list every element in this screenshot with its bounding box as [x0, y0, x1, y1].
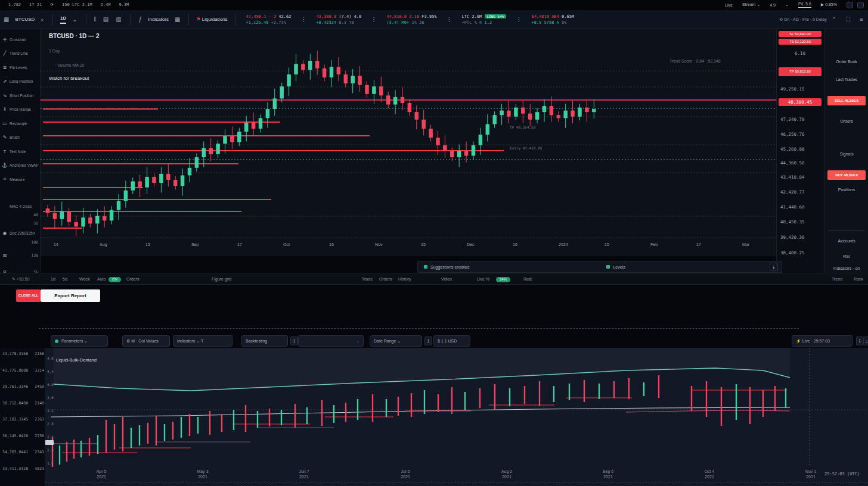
settings-icon[interactable]: ≡ [860, 16, 863, 23]
interval-button[interactable]: 1D [60, 15, 66, 24]
top-menu-item[interactable]: P/L 5.6 [798, 2, 811, 8]
apps-icon[interactable] [847, 2, 853, 8]
panel-item-indicators-on[interactable]: Indicators · on [824, 266, 868, 270]
tool-icon: ⇘ [0, 93, 10, 98]
panel-item-signals[interactable]: Signals [824, 152, 868, 156]
buy-button[interactable]: BUY 48,320.0 [827, 170, 866, 180]
panel-item-orders[interactable]: Orders [824, 119, 868, 123]
layout-icon[interactable] [857, 2, 864, 8]
statusbar-item-trend[interactable]: Trend [832, 277, 842, 281]
top-menu-item[interactable]: ⌄ [785, 2, 789, 7]
top-menu-item[interactable]: ▶ 0.85% [821, 2, 837, 7]
tool-short-position[interactable]: ⇘Short Position [0, 90, 41, 101]
tool-crosshair[interactable]: ✛Crosshair [0, 34, 41, 45]
legend-levels[interactable]: Levels [606, 265, 625, 269]
statusbar-item-live-[interactable]: Live % [477, 277, 489, 281]
top-menu-item[interactable]: Stream ⌄ [742, 2, 760, 7]
btoolbar-backtesting[interactable]: Backtesting [241, 335, 288, 347]
liquidations-button[interactable]: ⚑ Liquidations [196, 17, 227, 22]
ticker-item: 150 LTC 2.1M [62, 2, 92, 7]
bottom-indicator-chart[interactable]: 4.84.44.03.63.22.82.42.01.6 Liquid-Bulk-… [45, 348, 868, 486]
search-icon[interactable]: ⌕ [41, 16, 44, 23]
statusbar-item-rank[interactable]: Rank [854, 277, 863, 281]
statusbar-item-orders[interactable]: Orders [379, 277, 392, 281]
statusbar-item-5d[interactable]: 5d [63, 277, 67, 281]
tool-measure[interactable]: ⌗Measure [0, 174, 41, 185]
close-all-button[interactable]: CLOSE ALL [16, 289, 41, 302]
bottom-plot-svg[interactable]: 4.84.44.03.63.22.82.42.01.6 [45, 348, 868, 469]
candle [330, 67, 334, 77]
main-plot-svg[interactable] [41, 29, 776, 240]
tool-label: Fib Levels [10, 66, 41, 70]
export-report-button[interactable]: Export Report [41, 289, 100, 302]
candle [535, 112, 540, 120]
btoolbar-m-col-values[interactable]: ⚙ M · Col Values [122, 335, 170, 347]
toggle-pill[interactable]: ON [108, 277, 121, 282]
tool-rectangle[interactable]: ▭Rectangle [0, 118, 41, 129]
tool-fib-levels[interactable]: ≣Fib Levels [0, 62, 41, 73]
candle [74, 222, 78, 227]
tool-brush[interactable]: ✎Brush [0, 132, 41, 143]
btoolbar-parameters[interactable]: Parameters ⌄ [51, 335, 108, 347]
statusbar-item-auto[interactable]: Auto [97, 277, 106, 281]
btoolbar-1-1-usd[interactable]: $ 1.1 USD [433, 335, 470, 347]
main-candlestick-chart[interactable]: 14Aug15Sep17Oct16Nov15Dec16202415Feb17Ma… [41, 29, 776, 256]
status-bar: ✎ +93.501d5dWeekAutoONOrdersFigure gridT… [0, 273, 868, 285]
area-style-icon[interactable]: ▥ [116, 16, 121, 23]
indicators-button[interactable]: Indicators [148, 17, 169, 22]
symbol-button[interactable]: BTCUSD [15, 17, 35, 22]
price-scale[interactable]: SL 52,840.00TS 52,120.506.10TP 50,815.60… [776, 29, 824, 285]
bars-style-icon[interactable]: ▤ [103, 16, 108, 23]
stat-value: ≋ 1.2 [479, 20, 492, 25]
chevron-down-icon[interactable]: ⌄ [72, 16, 77, 23]
fullscreen-icon[interactable]: ⛶ [846, 16, 850, 23]
panel-item-positions[interactable]: Positions [824, 188, 868, 192]
candle [67, 211, 71, 222]
download-icon[interactable]: ⇣ [770, 263, 778, 271]
statusbar-item--93-50[interactable]: ✎ +93.50 [12, 277, 29, 282]
panel-item-rsi[interactable]: RSI [824, 254, 868, 258]
top-menu-item[interactable]: 4.9 [770, 3, 776, 7]
statusbar-item-history[interactable]: History [398, 277, 411, 281]
candle [110, 210, 114, 221]
statusbar-item-week[interactable]: Week [79, 277, 90, 281]
btoolbar-[interactable]: ⌄ [298, 335, 364, 347]
tool-text-note[interactable]: TText Note [0, 146, 41, 157]
layout-grid-icon[interactable]: ▦ [175, 16, 180, 23]
bottom-chart-svg: 4.84.44.03.63.22.82.42.01.6 [45, 348, 868, 467]
statusbar-item-trade[interactable]: Trade [362, 277, 373, 281]
tool-trend-line[interactable]: ╱Trend Line [0, 48, 41, 59]
btoolbar-chip[interactable]: ⚏ [863, 337, 868, 345]
tool-icon: ⌗ [0, 176, 10, 182]
tool-anchored-vwap[interactable]: ⚓Anchored VWAP [0, 160, 41, 171]
panel-item-accounts[interactable]: Accounts [824, 239, 868, 243]
candles-style-icon[interactable]: 𝄃 [95, 16, 96, 23]
panel-item-last-trades[interactable]: Last Trades [824, 77, 868, 82]
btoolbar-chip[interactable]: 1 [424, 337, 432, 345]
sidebar-level-row[interactable]: 100 [0, 237, 41, 248]
market-stat-cell: 44,810.6 2.10 F3.95% (3.4) M0+ 1% 2B [386, 14, 436, 26]
btoolbar-indicators-t[interactable]: Indicators ⌄ T [173, 335, 232, 347]
btoolbar-live-25-57-03[interactable]: ⚡ Live · 25:57:03 [792, 335, 852, 347]
tool-price-range[interactable]: ⇕Price Range [0, 104, 41, 115]
sidebar-level-row[interactable]: ✉130 [0, 250, 41, 261]
statusbar-item-figure-grid[interactable]: Figure grid [212, 277, 231, 281]
grid-menu-icon[interactable]: ▦ [4, 16, 9, 23]
sell-button[interactable]: SELL 48,300.5 [827, 96, 866, 105]
btoolbar-date-range[interactable]: Date Range ⌄ [370, 335, 422, 347]
legend-suggestions[interactable]: Suggestions enabled [424, 265, 469, 269]
statusbar-item-video[interactable]: Video [441, 277, 452, 281]
stat-value: +1,125.40 [246, 20, 271, 25]
tool-long-position[interactable]: ⇗Long Position [0, 76, 41, 87]
statusbar-item-orders[interactable]: Orders [126, 277, 139, 281]
candle [421, 120, 426, 129]
panel-item-order-book[interactable]: Order Book [824, 60, 868, 64]
indicators-icon[interactable]: ƒ [139, 16, 142, 23]
statusbar-item-1d[interactable]: 1d [51, 277, 55, 281]
top-menu-item[interactable]: Live [725, 3, 733, 7]
candle [202, 148, 206, 157]
btoolbar-chip[interactable]: 1 [290, 337, 298, 345]
collapse-icon[interactable]: ⌃ [832, 16, 836, 23]
statusbar-item-rate[interactable]: Rate [523, 277, 532, 281]
toggle-pill[interactable]: 24% [496, 277, 510, 282]
